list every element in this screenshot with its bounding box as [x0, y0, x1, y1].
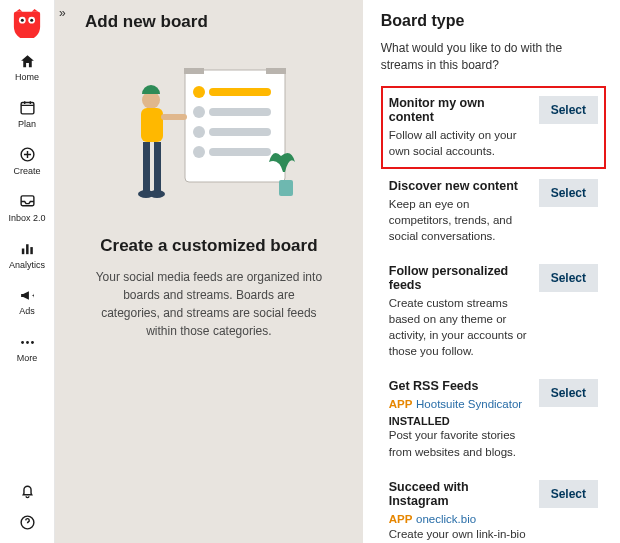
option-text: Discover new contentKeep an eye on compe…: [389, 179, 531, 244]
option-desc: Follow all activity on your own social a…: [389, 127, 531, 159]
option-title: Follow personalized feeds: [389, 264, 531, 292]
app-name: oneclick.bio: [416, 513, 476, 525]
option-text: Get RSS FeedsAPP Hootsuite SyndicatorINS…: [389, 379, 531, 459]
option-app: APP oneclick.bio: [389, 511, 531, 526]
page-title: Add new board: [85, 0, 333, 62]
plus-circle-icon: [18, 146, 36, 164]
svg-point-10: [21, 341, 24, 344]
svg-rect-15: [184, 68, 204, 74]
customized-board-title: Create a customized board: [85, 236, 333, 256]
svg-rect-9: [30, 247, 32, 254]
svg-rect-26: [141, 108, 163, 142]
option-title: Monitor my own content: [389, 96, 531, 124]
nav-inbox[interactable]: Inbox 2.0: [0, 185, 54, 232]
board-type-option: Follow personalized feedsCreate custom s…: [381, 254, 606, 369]
app-name: Hootsuite Syndicator: [416, 398, 522, 410]
more-icon: [18, 333, 36, 351]
svg-rect-18: [209, 88, 271, 96]
main-content: » Add new board Create a customized boar: [55, 0, 620, 543]
svg-point-31: [149, 190, 165, 198]
option-text: Monitor my own contentFollow all activit…: [389, 96, 531, 159]
inbox-icon: [18, 193, 36, 211]
bottom-icons: [18, 481, 36, 543]
select-button[interactable]: Select: [539, 96, 598, 124]
app-label: APP: [389, 398, 413, 410]
svg-point-2: [21, 19, 24, 22]
help-icon[interactable]: [18, 513, 36, 531]
svg-point-17: [193, 86, 205, 98]
board-type-subtitle: What would you like to do with the strea…: [381, 40, 606, 74]
board-type-panel: Board type What would you like to do wit…: [363, 0, 620, 543]
nav-label: Inbox 2.0: [8, 214, 45, 224]
analytics-icon: [18, 240, 36, 258]
nav-label: More: [17, 354, 38, 364]
nav-label: Create: [13, 167, 40, 177]
svg-point-19: [193, 106, 205, 118]
option-title: Get RSS Feeds: [389, 379, 531, 393]
nav-create[interactable]: Create: [0, 138, 54, 185]
board-type-title: Board type: [381, 12, 606, 30]
collapse-icon[interactable]: »: [59, 6, 66, 20]
nav-home[interactable]: Home: [0, 44, 54, 91]
svg-rect-4: [21, 103, 34, 114]
svg-rect-27: [161, 114, 187, 120]
nav-plan[interactable]: Plan: [0, 91, 54, 138]
svg-point-11: [26, 341, 29, 344]
nav-label: Ads: [19, 307, 35, 317]
app-label: APP: [389, 513, 413, 525]
svg-rect-16: [266, 68, 286, 74]
calendar-icon: [18, 99, 36, 117]
option-desc: Create custom streams based on any theme…: [389, 295, 531, 359]
select-button[interactable]: Select: [539, 480, 598, 508]
svg-point-3: [30, 19, 33, 22]
bell-icon[interactable]: [18, 481, 36, 499]
nav-ads[interactable]: Ads: [0, 278, 54, 325]
svg-point-21: [193, 126, 205, 138]
board-type-option: Succeed with InstagramAPP oneclick.bioCr…: [381, 470, 606, 543]
illustration: [85, 62, 333, 212]
option-desc: Create your own link-in-bio for Instagra…: [389, 526, 531, 543]
nav-label: Home: [15, 73, 39, 83]
nav-analytics[interactable]: Analytics: [0, 232, 54, 279]
nav-label: Plan: [18, 120, 36, 130]
svg-point-23: [193, 146, 205, 158]
board-type-options: Monitor my own contentFollow all activit…: [381, 86, 606, 543]
svg-point-12: [31, 341, 34, 344]
option-app: APP Hootsuite Syndicator: [389, 396, 531, 411]
home-icon: [18, 52, 36, 70]
option-desc: Post your favorite stories from websites…: [389, 427, 531, 459]
nav-label: Analytics: [9, 261, 45, 271]
select-button[interactable]: Select: [539, 379, 598, 407]
option-title: Discover new content: [389, 179, 531, 193]
megaphone-icon: [18, 286, 36, 304]
option-text: Succeed with InstagramAPP oneclick.bioCr…: [389, 480, 531, 543]
svg-rect-29: [154, 142, 161, 192]
logo-icon: [12, 8, 42, 38]
svg-rect-24: [209, 148, 271, 156]
svg-rect-8: [26, 244, 28, 254]
option-text: Follow personalized feedsCreate custom s…: [389, 264, 531, 359]
svg-rect-22: [209, 128, 271, 136]
nav-more[interactable]: More: [0, 325, 54, 372]
svg-rect-7: [21, 249, 23, 255]
installed-badge: INSTALLED: [389, 415, 531, 427]
option-desc: Keep an eye on competitors, trends, and …: [389, 196, 531, 244]
left-panel: » Add new board Create a customized boar: [55, 0, 363, 543]
svg-rect-20: [209, 108, 271, 116]
svg-rect-32: [279, 180, 293, 196]
board-type-option: Get RSS FeedsAPP Hootsuite SyndicatorINS…: [381, 369, 606, 469]
sidebar: Home Plan Create Inbox 2.0 Analytics Ads…: [0, 0, 55, 543]
select-button[interactable]: Select: [539, 179, 598, 207]
board-type-option: Discover new contentKeep an eye on compe…: [381, 169, 606, 254]
customized-board-desc: Your social media feeds are organized in…: [85, 268, 333, 340]
option-title: Succeed with Instagram: [389, 480, 531, 508]
select-button[interactable]: Select: [539, 264, 598, 292]
board-type-option: Monitor my own contentFollow all activit…: [381, 86, 606, 169]
svg-rect-28: [143, 142, 150, 192]
